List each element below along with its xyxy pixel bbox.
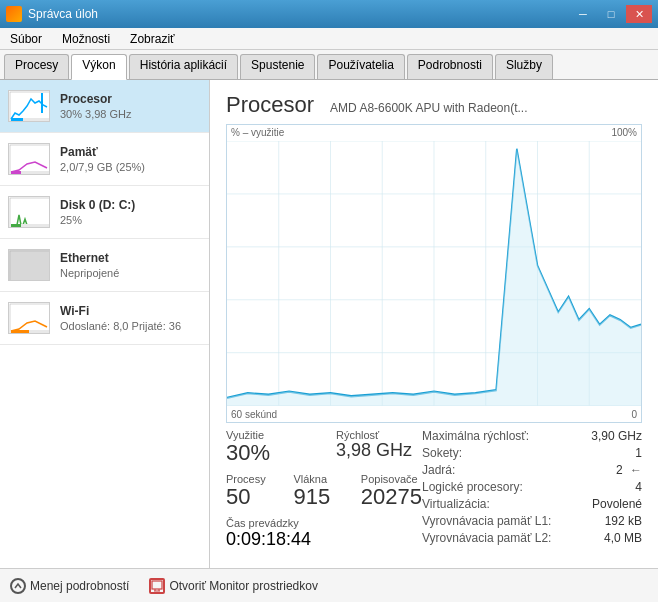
title-bar-left: Správca úloh	[6, 6, 98, 22]
menu-moznosti[interactable]: Možnosti	[56, 30, 116, 48]
tab-vykon[interactable]: Výkon	[71, 54, 126, 80]
processes-stat: Procesy 50	[226, 473, 273, 509]
less-details-button[interactable]: Menej podrobností	[10, 578, 129, 594]
tab-spustenie[interactable]: Spustenie	[240, 54, 315, 79]
cores-label: Jadrá:	[422, 463, 455, 477]
sidebar-item-pamat[interactable]: Pamäť 2,0/7,9 GB (25%)	[0, 133, 209, 186]
cache-l1-value: 192 kB	[605, 514, 642, 528]
sidebar-item-ethernet[interactable]: Ethernet Nepripojené	[0, 239, 209, 292]
sidebar: Procesor 30% 3,98 GHz Pamäť 2,0/7,9 GB (…	[0, 80, 210, 568]
disk-info: Disk 0 (D: C:) 25%	[60, 198, 135, 226]
monitor-icon	[149, 578, 165, 594]
cpu-chart: % – využitie 100%	[226, 124, 642, 423]
svg-rect-9	[10, 251, 50, 281]
logical-value: 4	[635, 480, 642, 494]
ethernet-label: Ethernet	[60, 251, 119, 265]
uptime-value: 0:09:18:44	[226, 529, 422, 550]
menu-subor[interactable]: Súbor	[4, 30, 48, 48]
svg-rect-26	[152, 581, 162, 589]
uptime-label: Čas prevádzky	[226, 517, 422, 529]
processes-label: Procesy	[226, 473, 273, 485]
utilization-value: 30%	[226, 441, 312, 465]
chart-y-label: % – využitie	[231, 127, 284, 138]
processor-icon	[8, 90, 50, 122]
cache-l2-row: Vyrovnávacia pamäť L2: 4,0 MB	[422, 531, 642, 545]
minimize-button[interactable]: ─	[570, 5, 596, 23]
logical-label: Logické procesory:	[422, 480, 523, 494]
threads-label: Vlákna	[293, 473, 340, 485]
disk-icon	[8, 196, 50, 228]
memory-sublabel: 2,0/7,9 GB (25%)	[60, 161, 145, 173]
sockets-row: Sokety: 1	[422, 446, 642, 460]
tab-pouzivatelia[interactable]: Používatelia	[317, 54, 404, 79]
menu-bar: Súbor Možnosti Zobraziť	[0, 28, 658, 50]
handles-value: 20275	[361, 485, 422, 509]
sidebar-item-disk[interactable]: Disk 0 (D: C:) 25%	[0, 186, 209, 239]
main-content: Procesor 30% 3,98 GHz Pamäť 2,0/7,9 GB (…	[0, 80, 658, 568]
chart-y-max: 100%	[611, 127, 637, 138]
logical-row: Logické procesory: 4	[422, 480, 642, 494]
cores-value: 2 ←	[616, 463, 642, 477]
open-monitor-button[interactable]: Otvoriť Monitor prostriedkov	[149, 578, 318, 594]
speed-label: Rýchlosť	[336, 429, 422, 441]
maximize-button[interactable]: □	[598, 5, 624, 23]
virtualization-row: Virtualizácia: Povolené	[422, 497, 642, 511]
detail-title: Procesor	[226, 92, 314, 118]
speed-stat: Rýchlosť 3,98 GHz	[336, 429, 422, 465]
sockets-label: Sokety:	[422, 446, 462, 460]
speed-value: 3,98 GHz	[336, 441, 422, 461]
bottom-bar: Menej podrobností Otvoriť Monitor prostr…	[0, 568, 658, 602]
tab-podrobnosti[interactable]: Podrobnosti	[407, 54, 493, 79]
tab-sluzby[interactable]: Služby	[495, 54, 553, 79]
right-stats: Maximálna rýchlosť: 3,90 GHz Sokety: 1 J…	[422, 429, 642, 550]
detail-header: Procesor AMD A8-6600K APU with Radeon(t.…	[226, 92, 642, 118]
svg-rect-2	[11, 118, 23, 121]
memory-label: Pamäť	[60, 145, 145, 159]
memory-icon	[8, 143, 50, 175]
tab-historia[interactable]: História aplikácií	[129, 54, 238, 79]
handles-label: Popisovače	[361, 473, 422, 485]
svg-rect-6	[10, 198, 50, 228]
close-button[interactable]: ✕	[626, 5, 652, 23]
tab-procesy[interactable]: Procesy	[4, 54, 69, 79]
ethernet-sublabel: Nepripojené	[60, 267, 119, 279]
threads-value: 915	[293, 485, 340, 509]
cache-l2-label: Vyrovnávacia pamäť L2:	[422, 531, 551, 545]
chart-svg	[227, 141, 641, 406]
sidebar-item-wifi[interactable]: Wi-Fi Odoslané: 8,0 Prijaté: 36	[0, 292, 209, 345]
svg-rect-12	[11, 330, 29, 333]
utilization-stat: Využitie 30%	[226, 429, 312, 465]
detail-panel: Procesor AMD A8-6600K APU with Radeon(t.…	[210, 80, 658, 568]
detail-subtitle: AMD A8-6600K APU with Radeon(t...	[330, 101, 527, 115]
svg-rect-8	[11, 224, 21, 227]
processor-label: Procesor	[60, 92, 132, 106]
wifi-sublabel: Odoslané: 8,0 Prijaté: 36	[60, 320, 181, 332]
chart-x-label: 60 sekúnd	[231, 409, 277, 420]
sockets-value: 1	[635, 446, 642, 460]
memory-info: Pamäť 2,0/7,9 GB (25%)	[60, 145, 145, 173]
max-speed-label: Maximálna rýchlosť:	[422, 429, 529, 443]
disk-label: Disk 0 (D: C:)	[60, 198, 135, 212]
stats-row: Využitie 30% Rýchlosť 3,98 GHz Procesy 5…	[226, 429, 642, 550]
menu-zobrazit[interactable]: Zobraziť	[124, 30, 181, 48]
wifi-icon	[8, 302, 50, 334]
sidebar-item-procesor[interactable]: Procesor 30% 3,98 GHz	[0, 80, 209, 133]
uptime-stat: Čas prevádzky 0:09:18:44	[226, 517, 422, 550]
virtualization-label: Virtualizácia:	[422, 497, 490, 511]
window-title: Správca úloh	[28, 7, 98, 21]
arrow-annotation: ←	[630, 463, 642, 477]
less-details-label: Menej podrobností	[30, 579, 129, 593]
title-bar: Správca úloh ─ □ ✕	[0, 0, 658, 28]
title-bar-controls: ─ □ ✕	[570, 5, 652, 23]
processes-value: 50	[226, 485, 273, 509]
disk-sublabel: 25%	[60, 214, 135, 226]
wifi-info: Wi-Fi Odoslané: 8,0 Prijaté: 36	[60, 304, 181, 332]
cache-l1-row: Vyrovnávacia pamäť L1: 192 kB	[422, 514, 642, 528]
ethernet-info: Ethernet Nepripojené	[60, 251, 119, 279]
tabs-bar: Procesy Výkon História aplikácií Spusten…	[0, 50, 658, 80]
max-speed-row: Maximálna rýchlosť: 3,90 GHz	[422, 429, 642, 443]
virtualization-value: Povolené	[592, 497, 642, 511]
utilization-label: Využitie	[226, 429, 312, 441]
chart-x-zero: 0	[631, 409, 637, 420]
processor-sublabel: 30% 3,98 GHz	[60, 108, 132, 120]
